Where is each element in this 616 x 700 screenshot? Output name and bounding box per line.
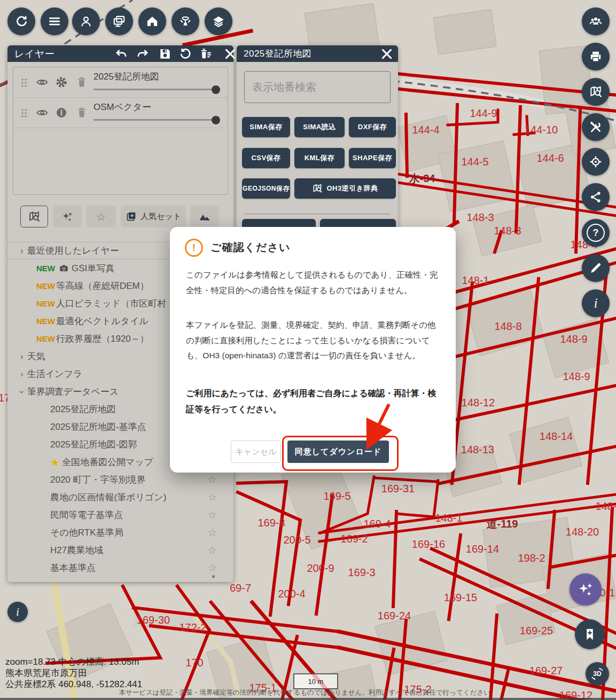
star-icon[interactable]: ☆ xyxy=(208,474,217,486)
print-button[interactable] xyxy=(582,43,610,70)
locate-button[interactable] xyxy=(582,148,610,176)
new-badge: NEW xyxy=(36,299,55,308)
map-search-button[interactable] xyxy=(582,78,610,106)
close-icon[interactable] xyxy=(223,47,237,61)
layer-catalog-label: H27農業地域 xyxy=(50,544,103,556)
map-search-icon xyxy=(28,210,41,223)
layer-catalog-label: 人口ピラミッド（市区町村 xyxy=(56,297,166,310)
gnss-button[interactable] xyxy=(171,7,199,35)
new-badge: NEW xyxy=(36,334,55,343)
help-icon: ? xyxy=(587,224,605,242)
layer-catalog-label: その他RTK基準局 xyxy=(50,526,123,539)
kml-save-button[interactable]: KML保存 xyxy=(294,148,345,168)
star-icon[interactable]: ☆ xyxy=(208,509,217,521)
scale-bar-label: 10 m xyxy=(308,678,324,686)
save-icon[interactable] xyxy=(158,47,172,61)
layers-button[interactable] xyxy=(205,7,232,35)
parcel-search-input[interactable] xyxy=(244,71,391,103)
star-icon[interactable]: ☆ xyxy=(208,526,217,539)
csv-save-button[interactable]: CSV保存 xyxy=(242,148,290,168)
opacity-slider[interactable] xyxy=(93,116,220,123)
gear-icon[interactable] xyxy=(55,76,68,89)
gnss-antenna-icon xyxy=(178,14,192,28)
layer-catalog-item[interactable]: 2020 町丁・字等別境界☆ xyxy=(7,471,233,489)
reset-icon[interactable] xyxy=(178,47,192,61)
help-button[interactable]: ? xyxy=(582,219,610,247)
slider-knob[interactable] xyxy=(212,85,220,94)
layer-row: 2025登記所地図 xyxy=(13,67,228,98)
info-button[interactable]: i xyxy=(582,289,610,317)
rotate-3d-button[interactable]: 3D xyxy=(586,662,609,686)
layer-catalog-item[interactable]: 農地の区画情報(筆ポリゴン)☆ xyxy=(7,489,233,506)
redo-icon[interactable] xyxy=(136,47,150,61)
layer-name: 2025登記所地図 xyxy=(93,70,159,83)
layer-catalog-label: GSI単写真 xyxy=(72,262,114,274)
share-icon xyxy=(589,190,603,204)
menu-button[interactable] xyxy=(41,7,68,35)
layer-catalog-label: 2020 町丁・字等別境界 xyxy=(50,474,146,486)
layer-name: OSMベクター xyxy=(93,101,151,113)
footer-disclaimer: 本サービスは登記・測量・境界確定等の法的判断を代替するものではありません。利用は… xyxy=(0,688,616,697)
trash-icon[interactable] xyxy=(75,106,88,119)
star-icon[interactable]: ☆ xyxy=(208,544,217,556)
sima-load-button[interactable]: SIMA読込 xyxy=(294,117,345,137)
draw-button[interactable] xyxy=(582,254,610,282)
divider xyxy=(244,214,391,214)
home-icon xyxy=(145,14,159,28)
star-icon[interactable]: ☆ xyxy=(208,562,217,574)
rotate-arrows-icon xyxy=(588,664,607,683)
oh3-dictionary-button[interactable]: OH3逆引き辞典 xyxy=(294,178,396,199)
scroll-down-icon[interactable]: ▼ xyxy=(210,573,216,580)
star-icon[interactable]: ☆ xyxy=(208,491,217,504)
sparkles-icon xyxy=(61,210,74,223)
popular-sets-label: 人気セット xyxy=(141,211,181,222)
close-icon[interactable] xyxy=(380,47,394,61)
map-info-button[interactable]: i xyxy=(7,602,28,622)
account-button[interactable] xyxy=(72,7,100,35)
layer-catalog-item[interactable]: 民間等電子基準点☆ xyxy=(7,506,233,524)
clear-layers-icon[interactable] xyxy=(199,47,213,61)
cancel-button[interactable]: キャンセル xyxy=(231,441,281,463)
agree-download-button[interactable]: 同意してダウンロード xyxy=(287,441,389,463)
tools-button[interactable] xyxy=(582,113,610,141)
favorites-filter-button[interactable]: ☆ xyxy=(87,206,116,227)
address-text: 熊本県荒尾市原万田 xyxy=(5,667,142,679)
trash-icon[interactable] xyxy=(75,76,88,89)
opacity-slider[interactable] xyxy=(93,85,220,93)
layer-catalog-item[interactable]: 基本基準点☆ xyxy=(7,559,233,577)
mountain-icon xyxy=(198,210,211,223)
eye-icon[interactable] xyxy=(36,106,49,119)
layer-catalog-label: 最適化ベクトルタイル xyxy=(56,315,149,327)
layer-search-toggle[interactable] xyxy=(20,206,48,227)
active-layers-list: 2025登記所地図OSMベクター xyxy=(13,67,228,195)
menu-icon xyxy=(48,14,61,28)
layer-catalog-item[interactable]: H27農業地域☆ xyxy=(7,541,233,559)
undo-icon[interactable] xyxy=(114,47,128,61)
ai-suggest-button[interactable] xyxy=(53,206,82,227)
drag-handle-icon[interactable] xyxy=(21,108,28,119)
drag-handle-icon[interactable] xyxy=(21,78,28,88)
info-circle-icon[interactable] xyxy=(55,106,68,119)
refresh-button[interactable] xyxy=(7,7,35,35)
map-status-readout: zoom=18.73 中心の標高: 13.05m 熊本県荒尾市原万田 公共座標2… xyxy=(5,656,142,690)
layer-catalog-label: 筆界調査データベース xyxy=(27,386,119,398)
group-button[interactable] xyxy=(582,7,610,35)
terrain-button[interactable] xyxy=(190,206,219,227)
popular-sets-button[interactable]: 人気セット xyxy=(121,206,186,227)
geojson-save-button[interactable]: GEOJSON保存 xyxy=(242,178,290,199)
home-button[interactable] xyxy=(138,7,166,35)
layers-panel-title: レイヤー xyxy=(14,48,54,60)
bookmark-add-button[interactable] xyxy=(575,619,605,649)
zoom-elevation-text: zoom=18.73 中心の標高: 13.05m xyxy=(5,656,142,667)
printer-icon xyxy=(589,50,603,64)
dxf-save-button[interactable]: DXF保存 xyxy=(349,117,396,137)
layer-catalog-item[interactable]: その他RTK基準局☆ xyxy=(7,524,233,541)
sima-save-button[interactable]: SIMA保存 xyxy=(242,117,290,137)
ai-assistant-button[interactable] xyxy=(570,573,602,605)
eye-icon[interactable] xyxy=(36,76,49,89)
dialog-emphasis: ご利用にあたっては、必ず利用者ご自身による確認・再計算・検証等を行ってください。 xyxy=(186,386,441,417)
slider-knob[interactable] xyxy=(212,116,220,124)
share-button[interactable] xyxy=(582,183,610,211)
screen-share-button[interactable] xyxy=(105,7,133,35)
shape-save-button[interactable]: SHAPE保存 xyxy=(349,148,396,168)
